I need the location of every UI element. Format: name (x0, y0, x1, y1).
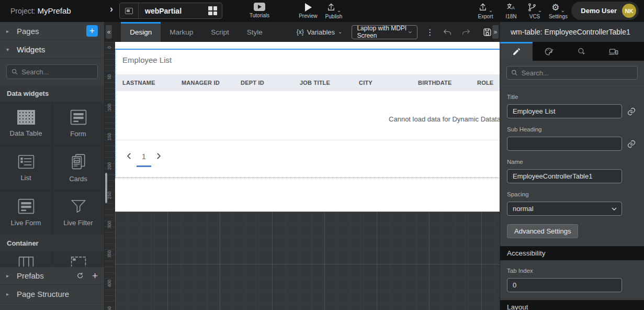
subheading-field[interactable] (507, 137, 622, 151)
chevron-down-icon: ⌄ (489, 9, 493, 12)
live-form-icon (18, 198, 35, 214)
publish-button[interactable]: ⌄ Publish (320, 3, 347, 19)
field-label-subheading: Sub Heading (507, 126, 637, 132)
user-menu[interactable]: Demo User NK (571, 2, 639, 20)
group-container: Container (0, 235, 104, 251)
widget-tile-container[interactable] (52, 251, 104, 267)
device-selector[interactable]: Laptop with MDPI Screen (352, 25, 417, 39)
ruler-mark: 250 (107, 192, 112, 199)
widget-tile-cards[interactable]: Cards (52, 146, 104, 190)
save-button[interactable] (482, 27, 492, 37)
bind-link-icon[interactable] (627, 139, 636, 149)
page-prev-button[interactable] (125, 152, 133, 160)
add-prefab-button[interactable]: + (92, 272, 98, 280)
section-accessibility[interactable]: Accessibility (500, 246, 644, 260)
preview-button[interactable]: Preview (295, 3, 322, 19)
mode-tabs: Design Markup Script Style (121, 22, 272, 42)
current-page[interactable]: 1 (137, 152, 151, 167)
left-sidebar: ▸ Pages + ▾ Widgets Data widgets Data Ta… (0, 22, 105, 310)
ruler-mark: 100 (107, 104, 112, 111)
play-icon (305, 3, 312, 12)
refresh-icon[interactable] (76, 272, 84, 280)
git-branch-icon (527, 3, 537, 12)
sidebar-item-page-structure[interactable]: ▸ Page Structure (0, 285, 104, 303)
column-header[interactable]: MANAGER ID (175, 80, 234, 86)
title-field[interactable] (507, 104, 622, 118)
widget-search[interactable] (6, 64, 98, 79)
column-header[interactable]: DEPT ID (234, 80, 293, 86)
chevron-down-icon: ⌄ (560, 9, 564, 12)
chevron-down-icon (611, 206, 617, 212)
tab-devices[interactable] (597, 42, 630, 61)
project-name: Project:MyPrefab (10, 6, 71, 15)
export-button[interactable]: ⌄ Export (472, 3, 499, 19)
widget-tile-list[interactable]: List (0, 146, 52, 190)
sidebar-scrollbar[interactable] (105, 173, 107, 203)
widget-tile-data-table[interactable]: Data Table (0, 102, 52, 146)
page-selector[interactable]: webPartial (119, 3, 222, 19)
tab-index-field[interactable] (507, 278, 622, 292)
redo-button[interactable] (461, 27, 471, 37)
settings-button[interactable]: ⚙ ⌄ Settings (545, 3, 572, 19)
bind-link-icon[interactable] (627, 107, 636, 116)
tab-events[interactable] (565, 42, 597, 61)
canvas-grid[interactable] (115, 212, 500, 310)
column-header[interactable]: CITY (352, 80, 411, 86)
column-header[interactable]: JOB TITLE (293, 80, 352, 86)
spacing-select[interactable]: normal (507, 202, 622, 216)
column-header[interactable]: ROLE (470, 80, 500, 86)
ruler-mark: 200 (107, 162, 112, 170)
property-search-input[interactable] (522, 69, 633, 77)
ruler-mark: 150 (107, 133, 112, 140)
expand-panel-button[interactable]: » (492, 25, 499, 39)
cursor-click-icon (577, 47, 586, 57)
tutorials-video-icon (254, 3, 265, 11)
tab-styles[interactable] (533, 42, 565, 61)
collapse-sidebar-button[interactable]: « (106, 25, 112, 39)
tutorials-button[interactable]: Tutorials (246, 3, 273, 18)
widget-search-input[interactable] (21, 68, 93, 76)
palette-icon (544, 47, 554, 57)
advanced-settings-button[interactable]: Advanced Settings (507, 224, 578, 238)
selected-widget-title: wm-table: EmployeeControllerTable1 (500, 22, 644, 42)
ruler-mark: 0 (107, 46, 112, 49)
sidebar-item-pages[interactable]: ▸ Pages + (0, 22, 104, 40)
tab-markup[interactable]: Markup (161, 22, 202, 42)
design-canvas[interactable]: 0 50 100 150 200 250 300 350 400 450 Emp… (105, 42, 500, 310)
field-label-spacing: Spacing (507, 191, 637, 197)
pages-grid-icon[interactable] (208, 6, 217, 15)
translate-icon: A (506, 3, 516, 12)
datatable-widget-selected[interactable]: Employee List LASTNAME MANAGER ID DEPT I… (115, 49, 500, 178)
canvas-toolbar: « Design Markup Script Style {x} Variabl… (105, 22, 500, 42)
page-next-button[interactable] (154, 152, 163, 160)
tab-style[interactable]: Style (238, 22, 272, 42)
column-header[interactable]: BIRTHDATE (411, 80, 470, 86)
widget-tile-live-form[interactable]: Live Form (0, 191, 52, 235)
more-options-button[interactable]: ⋮ (426, 27, 434, 37)
tab-design[interactable]: Design (121, 22, 161, 42)
table-body: Cannot load data for Dynamic Datatable. (116, 91, 500, 140)
widget-tile-live-filter[interactable]: Live Filter (52, 191, 104, 235)
variables-button[interactable]: {x} Variables ⌄ (297, 28, 343, 36)
name-field[interactable] (507, 169, 622, 183)
field-label-name: Name (507, 159, 637, 165)
section-layout[interactable]: Layout (500, 300, 644, 310)
caret-down-icon: ▾ (6, 47, 12, 52)
widget-tile-form[interactable]: Form (52, 102, 104, 146)
page-canvas[interactable]: Employee List LASTNAME MANAGER ID DEPT I… (115, 42, 500, 212)
ruler-mark: 300 (107, 221, 112, 228)
tab-properties[interactable] (500, 42, 533, 61)
property-search[interactable] (506, 66, 638, 80)
column-header[interactable]: LASTNAME (116, 80, 175, 86)
add-page-button[interactable]: + (86, 25, 98, 37)
table-header-row: LASTNAME MANAGER ID DEPT ID JOB TITLE CI… (116, 74, 500, 91)
undo-button[interactable] (443, 27, 453, 37)
data-table-icon (17, 110, 35, 125)
sidebar-item-prefabs[interactable]: ▸ Prefabs + (0, 267, 104, 285)
live-filter-icon (70, 198, 87, 214)
sidebar-item-widgets[interactable]: ▾ Widgets (0, 40, 104, 59)
field-label-title: Title (507, 94, 637, 100)
user-name: Demo User (581, 7, 617, 15)
tab-script[interactable]: Script (202, 22, 238, 42)
widget-tile-layout-grid[interactable] (0, 251, 52, 267)
